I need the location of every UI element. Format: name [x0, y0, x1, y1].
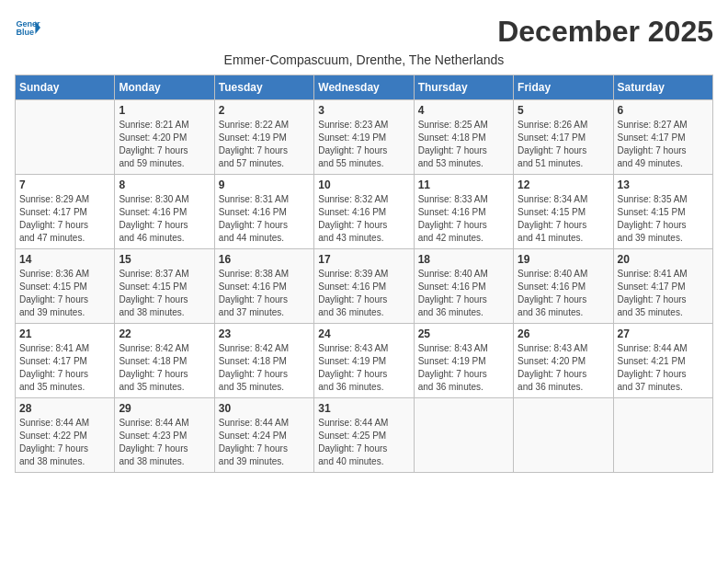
calendar-day-cell: 30Sunrise: 8:44 AMSunset: 4:24 PMDayligh… [214, 398, 313, 473]
day-number: 15 [119, 253, 210, 266]
day-number: 19 [518, 253, 609, 266]
calendar-week-row: 1Sunrise: 8:21 AMSunset: 4:20 PMDaylight… [16, 100, 713, 175]
day-info: Sunrise: 8:43 AMSunset: 4:20 PMDaylight:… [518, 342, 609, 394]
day-info: Sunrise: 8:44 AMSunset: 4:22 PMDaylight:… [19, 417, 110, 468]
day-number: 20 [618, 253, 709, 266]
calendar-day-cell: 16Sunrise: 8:38 AMSunset: 4:16 PMDayligh… [214, 249, 313, 324]
calendar-body: 1Sunrise: 8:21 AMSunset: 4:20 PMDaylight… [16, 100, 713, 473]
weekday-header-cell: Sunday [16, 75, 115, 100]
calendar-week-row: 28Sunrise: 8:44 AMSunset: 4:22 PMDayligh… [16, 398, 713, 473]
calendar-day-cell: 24Sunrise: 8:43 AMSunset: 4:19 PMDayligh… [314, 324, 414, 398]
day-info: Sunrise: 8:41 AMSunset: 4:17 PMDaylight:… [618, 268, 709, 319]
day-info: Sunrise: 8:38 AMSunset: 4:16 PMDaylight:… [219, 268, 310, 319]
day-info: Sunrise: 8:31 AMSunset: 4:16 PMDaylight:… [219, 193, 310, 245]
svg-text:Blue: Blue [16, 28, 34, 37]
day-number: 21 [19, 327, 110, 340]
calendar-day-cell: 18Sunrise: 8:40 AMSunset: 4:16 PMDayligh… [414, 249, 513, 324]
day-info: Sunrise: 8:42 AMSunset: 4:18 PMDaylight:… [119, 342, 210, 394]
day-info: Sunrise: 8:29 AMSunset: 4:17 PMDaylight:… [19, 193, 110, 245]
calendar-week-row: 7Sunrise: 8:29 AMSunset: 4:17 PMDaylight… [16, 175, 713, 249]
weekday-header-cell: Monday [115, 75, 214, 100]
calendar-day-cell: 28Sunrise: 8:44 AMSunset: 4:22 PMDayligh… [16, 398, 115, 473]
calendar-day-cell: 5Sunrise: 8:26 AMSunset: 4:17 PMDaylight… [514, 100, 613, 175]
calendar-day-cell: 17Sunrise: 8:39 AMSunset: 4:16 PMDayligh… [314, 249, 414, 324]
weekday-header-row: SundayMondayTuesdayWednesdayThursdayFrid… [16, 75, 713, 100]
day-number: 23 [219, 327, 310, 340]
day-number: 6 [618, 104, 709, 117]
calendar-day-cell: 3Sunrise: 8:23 AMSunset: 4:19 PMDaylight… [314, 100, 414, 175]
calendar-day-cell: 9Sunrise: 8:31 AMSunset: 4:16 PMDaylight… [214, 175, 313, 249]
day-info: Sunrise: 8:21 AMSunset: 4:20 PMDaylight:… [119, 119, 210, 170]
day-number: 11 [418, 178, 509, 191]
day-info: Sunrise: 8:37 AMSunset: 4:15 PMDaylight:… [119, 268, 210, 319]
calendar-day-cell: 26Sunrise: 8:43 AMSunset: 4:20 PMDayligh… [514, 324, 613, 398]
weekday-header-cell: Thursday [414, 75, 513, 100]
day-info: Sunrise: 8:26 AMSunset: 4:17 PMDaylight:… [518, 119, 609, 170]
day-info: Sunrise: 8:44 AMSunset: 4:23 PMDaylight:… [119, 417, 210, 468]
weekday-header-cell: Friday [514, 75, 613, 100]
calendar-day-cell: 21Sunrise: 8:41 AMSunset: 4:17 PMDayligh… [16, 324, 115, 398]
day-number: 3 [318, 104, 409, 117]
calendar-day-cell: 25Sunrise: 8:43 AMSunset: 4:19 PMDayligh… [414, 324, 513, 398]
page-header: General Blue December 2025 [15, 15, 713, 49]
calendar-day-cell: 13Sunrise: 8:35 AMSunset: 4:15 PMDayligh… [613, 175, 712, 249]
day-number: 4 [418, 104, 509, 117]
day-number: 25 [418, 327, 509, 340]
day-info: Sunrise: 8:23 AMSunset: 4:19 PMDaylight:… [318, 119, 409, 170]
calendar-day-cell: 14Sunrise: 8:36 AMSunset: 4:15 PMDayligh… [16, 249, 115, 324]
day-info: Sunrise: 8:35 AMSunset: 4:15 PMDaylight:… [618, 193, 709, 245]
weekday-header-cell: Wednesday [314, 75, 414, 100]
day-number: 8 [119, 178, 210, 191]
calendar-day-cell: 11Sunrise: 8:33 AMSunset: 4:16 PMDayligh… [414, 175, 513, 249]
day-number: 30 [219, 402, 310, 415]
day-number: 9 [219, 178, 310, 191]
day-info: Sunrise: 8:33 AMSunset: 4:16 PMDaylight:… [418, 193, 509, 245]
day-number: 31 [318, 402, 409, 415]
calendar-day-cell: 7Sunrise: 8:29 AMSunset: 4:17 PMDaylight… [16, 175, 115, 249]
calendar-day-cell: 20Sunrise: 8:41 AMSunset: 4:17 PMDayligh… [613, 249, 712, 324]
day-info: Sunrise: 8:40 AMSunset: 4:16 PMDaylight:… [418, 268, 509, 319]
calendar-day-cell [613, 398, 712, 473]
day-info: Sunrise: 8:42 AMSunset: 4:18 PMDaylight:… [219, 342, 310, 394]
day-info: Sunrise: 8:40 AMSunset: 4:16 PMDaylight:… [518, 268, 609, 319]
calendar-day-cell: 29Sunrise: 8:44 AMSunset: 4:23 PMDayligh… [115, 398, 214, 473]
calendar-day-cell: 22Sunrise: 8:42 AMSunset: 4:18 PMDayligh… [115, 324, 214, 398]
calendar-day-cell: 1Sunrise: 8:21 AMSunset: 4:20 PMDaylight… [115, 100, 214, 175]
calendar-day-cell: 6Sunrise: 8:27 AMSunset: 4:17 PMDaylight… [613, 100, 712, 175]
day-info: Sunrise: 8:22 AMSunset: 4:19 PMDaylight:… [219, 119, 310, 170]
day-info: Sunrise: 8:41 AMSunset: 4:17 PMDaylight:… [19, 342, 110, 394]
day-info: Sunrise: 8:43 AMSunset: 4:19 PMDaylight:… [418, 342, 509, 394]
day-info: Sunrise: 8:25 AMSunset: 4:18 PMDaylight:… [418, 119, 509, 170]
weekday-header-cell: Tuesday [214, 75, 313, 100]
calendar-day-cell: 4Sunrise: 8:25 AMSunset: 4:18 PMDaylight… [414, 100, 513, 175]
day-info: Sunrise: 8:44 AMSunset: 4:21 PMDaylight:… [618, 342, 709, 394]
subtitle: Emmer-Compascuum, Drenthe, The Netherlan… [15, 52, 713, 67]
calendar-day-cell: 10Sunrise: 8:32 AMSunset: 4:16 PMDayligh… [314, 175, 414, 249]
day-info: Sunrise: 8:36 AMSunset: 4:15 PMDaylight:… [19, 268, 110, 319]
day-number: 7 [19, 178, 110, 191]
day-number: 18 [418, 253, 509, 266]
day-info: Sunrise: 8:43 AMSunset: 4:19 PMDaylight:… [318, 342, 409, 394]
calendar-table: SundayMondayTuesdayWednesdayThursdayFrid… [15, 75, 713, 473]
logo: General Blue [15, 15, 40, 40]
logo-icon: General Blue [15, 15, 40, 40]
day-info: Sunrise: 8:30 AMSunset: 4:16 PMDaylight:… [119, 193, 210, 245]
day-number: 26 [518, 327, 609, 340]
day-info: Sunrise: 8:44 AMSunset: 4:25 PMDaylight:… [318, 417, 409, 468]
day-number: 13 [618, 178, 709, 191]
day-number: 2 [219, 104, 310, 117]
calendar-day-cell: 27Sunrise: 8:44 AMSunset: 4:21 PMDayligh… [613, 324, 712, 398]
day-number: 27 [618, 327, 709, 340]
day-info: Sunrise: 8:27 AMSunset: 4:17 PMDaylight:… [618, 119, 709, 170]
day-number: 12 [518, 178, 609, 191]
calendar-day-cell: 15Sunrise: 8:37 AMSunset: 4:15 PMDayligh… [115, 249, 214, 324]
calendar-day-cell [16, 100, 115, 175]
day-info: Sunrise: 8:34 AMSunset: 4:15 PMDaylight:… [518, 193, 609, 245]
day-number: 16 [219, 253, 310, 266]
calendar-day-cell [414, 398, 513, 473]
day-info: Sunrise: 8:44 AMSunset: 4:24 PMDaylight:… [219, 417, 310, 468]
calendar-day-cell: 12Sunrise: 8:34 AMSunset: 4:15 PMDayligh… [514, 175, 613, 249]
calendar-day-cell: 8Sunrise: 8:30 AMSunset: 4:16 PMDaylight… [115, 175, 214, 249]
calendar-day-cell: 23Sunrise: 8:42 AMSunset: 4:18 PMDayligh… [214, 324, 313, 398]
calendar-week-row: 14Sunrise: 8:36 AMSunset: 4:15 PMDayligh… [16, 249, 713, 324]
